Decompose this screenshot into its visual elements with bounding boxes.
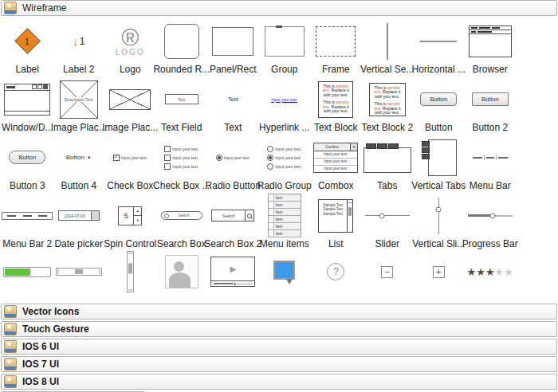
shape-cell-minus[interactable]: −: [362, 251, 414, 292]
shape-cell-help[interactable]: ?: [310, 251, 362, 292]
library-star-icon: ★: [6, 304, 13, 314]
shape-cell-vertical-separator[interactable]: Vertical Se...: [362, 18, 414, 76]
library-header-wireframe[interactable]: ★ Wireframe: [1, 0, 557, 16]
shape-caption: Button 2: [472, 122, 508, 135]
menu-bar-shape-icon: [473, 155, 508, 159]
shape-cell-screen-tooltip[interactable]: [259, 251, 311, 292]
shape-cell-video-player[interactable]: ▶: [207, 251, 259, 292]
shape-cell-radio-button[interactable]: Input your text. Radio Button: [207, 135, 259, 193]
shape-caption: Label 2: [63, 64, 94, 76]
check-box-shape-icon: ✓Input your text.: [113, 155, 147, 161]
shape-cell-text-block[interactable]: This is sample text. Replace it with you…: [310, 76, 362, 135]
library-header-ios6-ui[interactable]: ★ IOS 6 UI: [1, 339, 557, 355]
shape-caption: Search Box: [157, 238, 206, 251]
library-header-label: IOS 7 UI: [22, 359, 59, 370]
library-header-label: IOS 8 UI: [22, 376, 59, 387]
shape-caption: Search Box 2: [204, 238, 261, 251]
vertical-scrollbar-shape-icon: [127, 251, 134, 292]
shape-cell-frame[interactable]: Frame: [310, 18, 362, 76]
shape-cell-search-box-2[interactable]: Search Search Box 2: [207, 193, 259, 251]
library-header-ios7-ui[interactable]: ★ IOS 7 UI: [1, 356, 557, 372]
shape-cell-spin-control[interactable]: 5▲▼ Spin Control: [104, 193, 156, 251]
browser-shape-icon: [469, 25, 512, 57]
shape-caption: Hyperlink ...: [259, 122, 309, 135]
shape-cell-rating[interactable]: ★★★★★: [465, 251, 517, 292]
shape-cell-image[interactable]: [156, 251, 208, 292]
library-header-vector-icons[interactable]: ★ Vector Icons: [1, 304, 557, 319]
shape-caption: Rounded R...: [153, 64, 210, 76]
shape-cell-button[interactable]: Button Button: [413, 76, 465, 135]
shape-cell-window-dialog[interactable]: Window/D...: [2, 76, 53, 135]
shape-cell-rounded-rect[interactable]: Rounded R...: [156, 18, 208, 76]
shape-cell-radio-group[interactable]: Input your text. Input your text. Input …: [259, 135, 311, 193]
list-shape-icon: Sample Text Sample Text Sample Text: [318, 199, 353, 233]
shape-cell-progress-bar-green[interactable]: [2, 251, 53, 292]
shape-caption: Menu Bar: [470, 180, 511, 193]
shape-cell-hyperlink[interactable]: Input your text. Hyperlink ...: [259, 76, 311, 135]
shape-caption: Label: [16, 64, 39, 76]
library-header-ios8-ui[interactable]: ★ IOS 8 UI: [1, 374, 557, 390]
library-header-label: Vector Icons: [22, 306, 79, 317]
shape-caption: Tabs: [377, 180, 397, 193]
shape-cell-plus[interactable]: +: [413, 251, 465, 292]
shape-cell-search-box[interactable]: Search Search Box: [156, 193, 208, 251]
progress-bar-green-shape-icon: [3, 267, 51, 277]
label-shape-icon: 1: [14, 28, 41, 54]
shape-cell-text-field[interactable]: Text Text Field: [156, 76, 208, 135]
shape-cell-panel-rect[interactable]: Panel/Rect: [207, 18, 259, 76]
library-icon: ★: [4, 340, 17, 353]
shape-cell-horizontal-separator[interactable]: Horizontal ...: [413, 18, 465, 76]
shape-cell-check-box-group[interactable]: Input your text. Input your text. Input …: [156, 135, 208, 193]
shape-caption: Text: [224, 122, 242, 135]
shape-cell-label[interactable]: 1 Label: [2, 18, 53, 76]
shape-cell-group[interactable]: Group: [259, 18, 311, 76]
image-placeholder-2-shape-icon: [109, 89, 151, 110]
library-header-touch-gesture[interactable]: ★ Touch Gesture: [1, 321, 557, 337]
date-picker-shape-icon: 2014-07-03: [58, 210, 100, 221]
shape-cell-date-picker[interactable]: 2014-07-03 Date picker: [53, 193, 105, 251]
shape-cell-vertical-tabs[interactable]: Vertical Tabs: [413, 135, 465, 193]
label2-shape-icon: ↓1: [73, 34, 85, 48]
shape-cell-menu-bar-2[interactable]: Menu Bar 2: [2, 193, 53, 251]
shape-cell-combox[interactable]: Combox▼ Input your text. Input your text…: [310, 135, 362, 193]
shape-cell-scrollbar-vertical[interactable]: [104, 251, 156, 292]
shape-cell-vertical-slider[interactable]: Vertical Sli...: [413, 193, 465, 251]
shape-cell-check-box[interactable]: ✓Input your text. Check Box: [104, 135, 156, 193]
button-3-shape-icon: Button: [9, 151, 45, 164]
shape-cell-menu-bar[interactable]: Menu Bar: [465, 135, 517, 193]
shape-caption: Image Plac...: [102, 122, 158, 135]
shape-caption: Vertical Sli...: [412, 238, 465, 251]
shape-caption: Radio Group: [257, 180, 312, 193]
down-arrow-icon: ↓: [73, 34, 79, 48]
shape-cell-image-placeholder[interactable]: Description Text Image Plac...: [53, 76, 105, 135]
shape-cell-label2[interactable]: ↓1 Label 2: [53, 18, 105, 76]
spin-down-icon: ▼: [134, 216, 141, 225]
window-shape-icon: [4, 84, 50, 116]
shape-cell-button-2[interactable]: Button Button 2: [465, 76, 517, 135]
shape-cell-logo[interactable]: ®LOGO Logo: [104, 18, 156, 76]
shape-cell-list[interactable]: Sample Text Sample Text Sample Text List: [310, 193, 362, 251]
rounded-rect-shape-icon: [164, 24, 199, 59]
shape-cell-browser[interactable]: Browser: [465, 18, 517, 76]
shape-caption: Image Plac...: [51, 122, 107, 135]
collapsed-sections: ★ Vector Icons ★ Touch Gesture ★ IOS 6 U…: [0, 304, 558, 392]
slider-shape-icon: [365, 212, 410, 220]
search-box-shape-icon: Search: [161, 211, 202, 220]
progress-bar-shape-icon: [468, 213, 513, 219]
shape-cell-button-3[interactable]: Button Button 3: [2, 135, 53, 193]
shape-caption: Browser: [473, 64, 508, 76]
shape-cell-progress-bar[interactable]: Progress Bar: [465, 193, 517, 251]
shape-caption: Button 4: [61, 180, 96, 193]
shape-cell-button-4[interactable]: Button▼ Button 4: [53, 135, 105, 193]
shape-cell-image-placeholder-2[interactable]: Image Plac...: [104, 76, 156, 135]
shape-caption: Panel/Rect: [210, 64, 257, 76]
shape-cell-text-block-2[interactable]: This is sample text. Replace it with you…: [362, 76, 414, 135]
library-icon: ★: [4, 375, 17, 388]
shape-cell-tabs[interactable]: Tabs: [362, 135, 414, 193]
shape-cell-text[interactable]: Text Text: [207, 76, 259, 135]
library-icon: ★: [4, 358, 17, 370]
shape-cell-menu-items[interactable]: Item Item Item Item Item Item Menu items: [259, 193, 311, 251]
shape-cell-scrollbar-horizontal[interactable]: [53, 251, 105, 292]
shape-cell-slider[interactable]: Slider: [362, 193, 414, 251]
shape-caption: Text Block 2: [361, 122, 413, 135]
